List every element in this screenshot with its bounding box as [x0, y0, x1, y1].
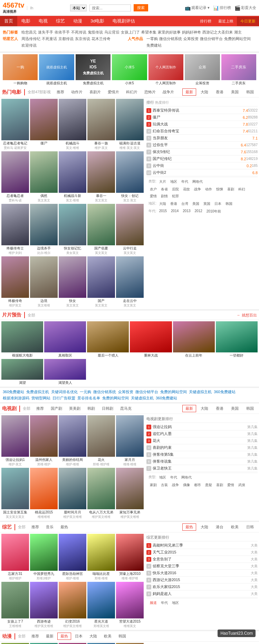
variety-rank-item[interactable]: 2天气工业2015大美 [146, 549, 258, 556]
movie-tab-horror[interactable]: 恐怖片 [141, 88, 159, 96]
bonus-link[interactable]: 🎬 彩蛋大全 [234, 5, 256, 11]
work-tag-item[interactable]: 免费建站 [146, 43, 162, 48]
tv-tab-domestic[interactable]: 国产剧 [48, 405, 65, 412]
ad-link-item[interactable]: 360免费建站 [3, 389, 24, 395]
movie-item[interactable]: 云中行走英文英文 [116, 204, 144, 255]
variety-item[interactable]: 星际浩劫神宫维护·维维 [59, 534, 86, 581]
ad-link-item[interactable]: 免费虚拟主机 [26, 389, 49, 395]
tv-item[interactable]: 强迫让拉妈1维护·英文 [1, 415, 29, 467]
banner-item[interactable]: 众筹 众筹投资 [185, 54, 220, 86]
banner-item[interactable]: 就搭虚拟主机 就搭虚拟主机 [39, 54, 74, 86]
filter-type-item[interactable]: 地区 [158, 475, 167, 480]
variety-item[interactable]: 星光大道郑维英文维 [87, 582, 115, 629]
tv-rank-item[interactable]: 4喜剧的约束第几集 [146, 444, 258, 451]
hot-tag-item[interactable]: 潮主 [234, 30, 242, 35]
rank-item[interactable]: 4幻命百合传奇宝7.461211 [146, 128, 258, 135]
ranking-link[interactable]: 📊 排行榜 [213, 5, 231, 11]
tv-item[interactable]: 家知万事兄弟维护英文维维 [116, 468, 144, 519]
movie-tab-recommend[interactable]: 推荐 [54, 88, 67, 96]
nav-ranking[interactable]: 排行榜 [196, 17, 215, 26]
variety-tab-music[interactable]: 音乐 [43, 523, 57, 531]
search-input[interactable] [89, 4, 131, 11]
filter-tag-item[interactable]: 大片 [158, 179, 167, 184]
variety-item[interactable]: 西游奇迹维护英文维维 [30, 582, 58, 629]
variety-tab-hot[interactable]: 最热 [57, 523, 71, 531]
filter-tag-item[interactable]: 农户 [148, 187, 158, 192]
tv-tab-latest[interactable]: 最新 [182, 405, 196, 412]
movie-item[interactable]: 快女创记忆美女英文 [59, 204, 86, 255]
ad-link-item[interactable]: 营销型网站 [31, 396, 50, 401]
filter-tag-item[interactable]: 惊悚 [215, 187, 224, 192]
movie-item[interactable]: 忍者亀忍者龟记贾科马·诺斯罗安 [1, 99, 29, 150]
recommend-item[interactable]: 根据航大电影 [1, 321, 43, 358]
movie-item[interactable]: 快女：创记英文·英文 [116, 151, 144, 203]
tv-rank-item[interactable]: 1强迫让拉妈第几集 [146, 424, 258, 430]
ad-link-item[interactable]: 众筹投资 [118, 389, 133, 395]
movie-item[interactable]: 忍者亀忍者贾科马·诺 [1, 151, 29, 203]
rank-item[interactable]: 6过你生平6.4127587 [146, 142, 258, 149]
movie-item[interactable]: 边境英文维维 [30, 256, 58, 308]
recommend-item[interactable]: 渴望 [1, 359, 43, 385]
nav-movie[interactable]: 电影 [17, 16, 35, 26]
hot-tag-item[interactable]: 乌云背后 [104, 30, 119, 35]
filter-tag-item[interactable]: 家剧 [148, 482, 158, 488]
movie-item[interactable]: 暴谷一族维护·英文 [87, 99, 115, 150]
variety-tab-mainland[interactable]: 大陆 [198, 523, 211, 531]
movie-item[interactable]: 机械战斗新英文·维维 [59, 151, 86, 203]
tv-tab-us[interactable]: 美国 [228, 405, 242, 412]
variety-tab-japan[interactable]: 日韩 [243, 523, 257, 531]
filter-tag-item[interactable]: 悬疑 [204, 482, 213, 488]
filter-year-item[interactable]: 2012 [193, 209, 204, 214]
rank-item[interactable]: 5当异朋友7.1 [146, 135, 258, 142]
tv-tab-mainland[interactable]: 大陆 [198, 405, 211, 412]
tv-tab-hk[interactable]: 香港 [213, 405, 227, 412]
movie-tab-romance[interactable]: 爱情片 [105, 88, 122, 96]
star-tag-item[interactable]: 东京传说 [75, 36, 90, 41]
filter-region-item[interactable]: 韩国 [224, 201, 234, 207]
star-tag-item[interactable]: 花木兰传奇 [92, 36, 111, 41]
filter-region-item[interactable]: 香港 [169, 201, 179, 207]
variety-rank-item[interactable]: 6西游记大游2015大美 [146, 577, 258, 584]
star-tag-item[interactable]: 京都传说 [58, 36, 74, 41]
ad-link-item[interactable]: 微信分销平台 [135, 389, 158, 395]
movie-item[interactable]: 福满街·远古道维维·英文·英文 [116, 99, 144, 150]
tv-item[interactable]: 国土安全第五集英文英文英文 [1, 468, 29, 519]
animation-tab-latest[interactable]: 最新 [43, 633, 57, 640]
variety-rank-item[interactable]: 8妈妈是超人大美 [146, 590, 258, 597]
hot-tag-item[interactable]: 女孩上门了 [121, 30, 140, 35]
ad-link-item[interactable]: 一元购 [80, 389, 91, 395]
filter-year-item[interactable]: 2013 [181, 209, 192, 214]
movie-tab-kr[interactable]: 韩国 [243, 88, 257, 96]
variety-item[interactable]: 哭嚎上海2010维维·维护维 [116, 534, 144, 581]
movie-item[interactable]: 机械战斗英文·维维 [59, 99, 86, 150]
recommend-item[interactable]: 重林大战 [130, 321, 172, 358]
movie-item[interactable]: 终极传奇士维护·刘刘 [1, 204, 29, 255]
tv-tab-kr[interactable]: 韩国 [243, 405, 257, 412]
animation-tab-mainland[interactable]: 大陆 [86, 633, 100, 640]
variety-tab-recommend[interactable]: 推荐 [28, 523, 42, 531]
tv-rank-item[interactable]: 2追忆约人墨第几集 [146, 430, 258, 437]
filter-year-item[interactable]: 2014 [170, 209, 180, 214]
ad-link-item[interactable]: 微信分销系统 [93, 389, 116, 395]
filter-region-item[interactable]: 大陆 [158, 201, 167, 207]
filter-year-item[interactable]: 2010年前 [205, 209, 222, 214]
nav-3dmovie[interactable]: 3d电影 [86, 16, 108, 26]
variety-rank-item[interactable]: 1高能时间兄弟三季大美 [146, 542, 258, 549]
movie-tab-us[interactable]: 美国 [228, 88, 242, 96]
work-tag-item[interactable]: 微信分销平台 [200, 36, 223, 41]
movie-item[interactable]: 边境杀手比尔·维尔 [30, 204, 58, 255]
banner-item[interactable]: 二手房东 二手房东 [221, 54, 256, 86]
hot-tag-item[interactable]: 给您昌元 [21, 30, 37, 35]
variety-item[interactable]: 苦望大道2015维维英文 [116, 582, 144, 629]
filter-tag-item[interactable]: 花纹 [182, 187, 191, 192]
tv-rank-item[interactable]: 5侠客传第5集第几集 [146, 451, 258, 458]
tv-rank-item[interactable]: 7保卫老快王第几集 [146, 465, 258, 472]
tv-rank-item[interactable]: 6侠客传说集第几集 [146, 458, 258, 465]
recommend-item[interactable]: 真相取区 [44, 321, 86, 358]
tv-item[interactable]: 桃花运2015维维维维 [30, 468, 58, 519]
filter-region-item[interactable]: 日本 [213, 201, 223, 207]
rank-item[interactable]: 9云中街0.2185 [146, 162, 258, 169]
hot-tag-item[interactable]: 希望本集 [141, 30, 156, 35]
filter-region-item[interactable]: 英国 [202, 201, 212, 207]
recommend-item[interactable]: 一切都好 [216, 321, 258, 358]
